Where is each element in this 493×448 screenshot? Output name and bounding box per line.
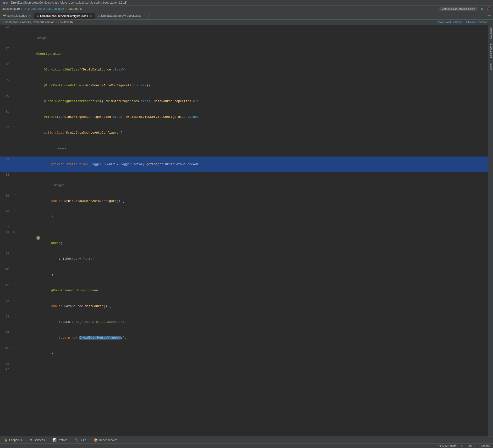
- code-line-no-usages: no usages: [0, 141, 488, 156]
- bottom-bar: ⚡ Endpoints ⚙ Services 📊 Profiler 🔨 Buil…: [0, 437, 493, 443]
- fold-icon-42[interactable]: ▽: [14, 298, 15, 301]
- code-line-30: 30 @EnableConfigurationProperties({Druid…: [0, 93, 488, 109]
- fold-icon-31[interactable]: ▽: [14, 109, 15, 112]
- class-icon-autoconf: C: [37, 14, 39, 18]
- bottom-tool-profiler[interactable]: 📊 Profiler: [51, 438, 68, 443]
- code-line-34: 34: [0, 172, 488, 177]
- tab-autoconf[interactable]: C DruidDataSourceAutoConfigure.class ✕: [34, 13, 95, 19]
- code-line-38: 38 ▶ B @Bean(: [0, 230, 488, 251]
- tab-close-wrapper[interactable]: ✕: [144, 15, 145, 17]
- code-line-usage: usage: [0, 30, 488, 46]
- fold-icon-32[interactable]: ▽: [14, 125, 15, 128]
- code-line-31: 31 ▽ @Import({DruidSpringAopConfiguratio…: [0, 109, 488, 125]
- download-sources-link[interactable]: Download Sources: [438, 21, 462, 24]
- sidebar-panel-maven[interactable]: Maven: [488, 60, 493, 73]
- fold-icon-41[interactable]: ▷: [14, 283, 15, 285]
- info-bar-actions: Download Sources Choose Sources...: [438, 21, 490, 24]
- build-icon: 🔨: [74, 438, 78, 442]
- code-line-32: 32 ▽ ublic class DruidDataSourceAutoConf…: [0, 125, 488, 141]
- fold-icon-45[interactable]: ▷: [14, 346, 15, 349]
- breadcrumb-autoconfigure[interactable]: autoconfigure: [2, 7, 20, 11]
- run-button[interactable]: ▶: [481, 6, 484, 11]
- run-config[interactable]: CommunicatUserApplication: [439, 7, 477, 11]
- code-line-37: 37: [0, 225, 488, 230]
- editor-container: 26 usage 27 ▽ @Configuration: [0, 25, 493, 437]
- dependencies-icon: 📦: [94, 438, 98, 442]
- fold-icon-35[interactable]: ▷: [14, 193, 15, 196]
- code-line-46: 46: [0, 361, 488, 367]
- code-line-39: 39 initMethod = "init": [0, 251, 488, 267]
- tab-wrapper[interactable]: C DruidDataSourceWrapper.class ✕: [95, 13, 148, 19]
- title-bar: user – DruidDataSourceAutoConfigure.clas…: [0, 0, 493, 5]
- sidebar-panel-notifications[interactable]: Notifications: [488, 41, 493, 60]
- code-line-29: 29 @AutoConfigureBefore({DataSourceAutoC…: [0, 78, 488, 93]
- tab-label-autoconf: DruidDataSourceAutoConfigure.class: [40, 14, 88, 18]
- status-position[interactable]: 44:42 (22 chars): [438, 444, 457, 447]
- bottom-tool-label-build: Build: [80, 438, 86, 442]
- code-line-28: 28 @ConditionalOnClass({DruidDataSource.…: [0, 62, 488, 78]
- profiler-icon: 📊: [52, 438, 56, 442]
- editor-main[interactable]: 26 usage 27 ▽ @Configuration: [0, 25, 493, 437]
- tab-close-autoconf[interactable]: ✕: [90, 15, 92, 17]
- endpoints-icon: ⚡: [4, 438, 8, 442]
- code-line-26: 26: [0, 25, 488, 30]
- breadcrumb-method[interactable]: dataSource: [68, 7, 82, 11]
- run-gutter-icon-38[interactable]: ▶: [13, 230, 15, 234]
- code-line-35: 35 ▷ public DruidDataSourceAutoConfigure…: [0, 193, 488, 209]
- code-line-42: 42 ▽ public DataSource dataSource() {: [0, 298, 488, 314]
- code-line-43: 43 LOGGER.info("Init DruidDataSource");: [0, 314, 488, 330]
- bottom-tool-services[interactable]: ⚙ Services: [28, 438, 46, 443]
- breadcrumb-class[interactable]: DruidDataSourceAutoConfigure: [24, 7, 64, 11]
- title-text: user – DruidDataSourceAutoConfigure.clas…: [2, 1, 127, 4]
- code-line-33: 33 private static final Logger LOGGER = …: [0, 156, 488, 172]
- status-bar: 44:42 (22 chars) LF UTF-8 4 spaces: [0, 443, 493, 448]
- tabs-bar: 🌱 spring.factories ✕ C DruidDataSourceAu…: [0, 12, 493, 20]
- class-icon-wrapper: C: [98, 14, 100, 17]
- code-line-44: 44 return new DruidDataSourceWrapper();: [0, 330, 488, 346]
- code-area: 26 usage 27 ▽ @Configuration: [0, 25, 488, 372]
- code-line-5usages: 5 usages: [0, 177, 488, 193]
- info-bar: Decompiled .class file, bytecode version…: [0, 20, 493, 25]
- code-line-41: 41 ▷ @ConditionalOnMissingBean: [0, 283, 488, 298]
- right-sidebar: Database Notifications Maven: [488, 25, 493, 437]
- bottom-tool-endpoints[interactable]: ⚡ Endpoints: [2, 438, 23, 443]
- bottom-tool-dependencies[interactable]: 📦 Dependencies: [92, 438, 119, 443]
- bottom-tool-build[interactable]: 🔨 Build: [73, 438, 88, 443]
- bean-indicator: B: [36, 236, 40, 240]
- tab-label-wrapper: DruidDataSourceWrapper.class: [101, 14, 141, 17]
- breadcrumb-bar: autoconfigure › DruidDataSourceAutoConfi…: [0, 5, 493, 12]
- bottom-tool-label-dependencies: Dependencies: [99, 438, 117, 442]
- status-indent[interactable]: 4 spaces: [479, 444, 490, 447]
- bottom-tool-label-services: Services: [34, 438, 45, 442]
- code-line-36: 36 ▷ }: [0, 209, 488, 225]
- choose-sources-link[interactable]: Choose Sources...: [466, 21, 490, 24]
- tab-spring-factories[interactable]: 🌱 spring.factories ✕: [0, 13, 34, 19]
- sidebar-panel-database[interactable]: Database: [488, 25, 493, 41]
- status-line-ending[interactable]: LF: [461, 444, 464, 447]
- fold-icon-27[interactable]: ▽: [14, 46, 15, 49]
- bottom-tool-label-endpoints: Endpoints: [9, 438, 22, 442]
- status-right: 44:42 (22 chars) LF UTF-8 4 spaces: [438, 444, 490, 447]
- code-line-27: 27 ▽ @Configuration: [0, 46, 488, 62]
- bottom-tool-label-profiler: Profiler: [58, 438, 67, 442]
- debug-button[interactable]: 🐞: [487, 7, 491, 11]
- info-text: Decompiled .class file, bytecode version…: [3, 21, 73, 24]
- tab-close-sf[interactable]: ✕: [29, 15, 31, 17]
- tab-label-sf: spring.factories: [7, 14, 27, 17]
- code-line-45: 45 ▷ }: [0, 346, 488, 361]
- fold-icon-36[interactable]: ▷: [14, 209, 15, 212]
- sf-icon: 🌱: [3, 14, 6, 17]
- tabs-overflow-button[interactable]: ⋯: [486, 12, 493, 19]
- services-icon: ⚙: [29, 438, 33, 442]
- status-encoding[interactable]: UTF-8: [468, 444, 475, 447]
- code-line-47: 47: [0, 367, 488, 372]
- code-line-40: 40 ): [0, 267, 488, 283]
